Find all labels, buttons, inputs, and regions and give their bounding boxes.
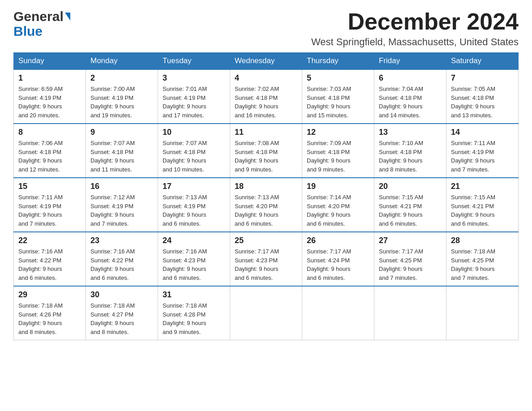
calendar-cell: 25 Sunrise: 7:17 AM Sunset: 4:23 PM Dayl…	[230, 232, 302, 286]
day-number: 22	[18, 236, 81, 245]
day-info: Sunrise: 7:17 AM Sunset: 4:25 PM Dayligh…	[379, 247, 442, 282]
calendar-cell: 21 Sunrise: 7:15 AM Sunset: 4:21 PM Dayl…	[446, 178, 519, 232]
calendar-cell: 15 Sunrise: 7:11 AM Sunset: 4:19 PM Dayl…	[14, 178, 86, 232]
calendar-cell: 28 Sunrise: 7:18 AM Sunset: 4:25 PM Dayl…	[446, 232, 519, 286]
day-info: Sunrise: 7:11 AM Sunset: 4:19 PM Dayligh…	[18, 193, 81, 228]
day-number: 26	[307, 236, 369, 245]
day-number: 31	[163, 290, 225, 300]
day-info: Sunrise: 7:18 AM Sunset: 4:25 PM Dayligh…	[451, 247, 514, 282]
day-number: 14	[451, 128, 514, 137]
day-info: Sunrise: 7:18 AM Sunset: 4:26 PM Dayligh…	[18, 301, 81, 336]
day-number: 2	[90, 73, 153, 83]
day-number: 8	[18, 128, 81, 137]
day-info: Sunrise: 7:08 AM Sunset: 4:18 PM Dayligh…	[235, 139, 297, 174]
day-number: 12	[307, 128, 369, 137]
calendar-week-row: 15 Sunrise: 7:11 AM Sunset: 4:19 PM Dayl…	[14, 178, 519, 232]
logo: General Blue	[13, 9, 70, 39]
page-header: General Blue December 2024 West Springfi…	[13, 9, 519, 48]
calendar-week-row: 8 Sunrise: 7:06 AM Sunset: 4:18 PM Dayli…	[14, 124, 519, 178]
calendar-cell: 11 Sunrise: 7:08 AM Sunset: 4:18 PM Dayl…	[230, 124, 302, 178]
location-title: West Springfield, Massachusetts, United …	[311, 36, 519, 48]
calendar-header-row: SundayMondayTuesdayWednesdayThursdayFrid…	[14, 53, 519, 70]
calendar-header-saturday: Saturday	[446, 53, 519, 70]
calendar-cell: 27 Sunrise: 7:17 AM Sunset: 4:25 PM Dayl…	[374, 232, 446, 286]
logo-arrow-icon	[65, 13, 70, 21]
calendar-cell: 7 Sunrise: 7:05 AM Sunset: 4:18 PM Dayli…	[446, 69, 519, 124]
day-info: Sunrise: 7:18 AM Sunset: 4:27 PM Dayligh…	[90, 301, 153, 336]
calendar-header-friday: Friday	[374, 53, 446, 70]
calendar-cell: 6 Sunrise: 7:04 AM Sunset: 4:18 PM Dayli…	[374, 69, 446, 124]
calendar-cell: 14 Sunrise: 7:11 AM Sunset: 4:19 PM Dayl…	[446, 124, 519, 178]
day-number: 11	[235, 128, 297, 137]
day-number: 21	[451, 182, 514, 191]
day-number: 17	[163, 182, 225, 191]
calendar-cell: 5 Sunrise: 7:03 AM Sunset: 4:18 PM Dayli…	[302, 69, 374, 124]
logo-blue-text: Blue	[13, 24, 43, 39]
day-info: Sunrise: 7:13 AM Sunset: 4:19 PM Dayligh…	[163, 193, 225, 228]
calendar-cell: 24 Sunrise: 7:16 AM Sunset: 4:23 PM Dayl…	[158, 232, 230, 286]
day-number: 4	[235, 73, 297, 83]
calendar-cell: 17 Sunrise: 7:13 AM Sunset: 4:19 PM Dayl…	[158, 178, 230, 232]
calendar-table: SundayMondayTuesdayWednesdayThursdayFrid…	[13, 52, 519, 340]
day-number: 24	[163, 236, 225, 245]
day-number: 7	[451, 73, 514, 83]
calendar-header-monday: Monday	[86, 53, 158, 70]
calendar-cell: 23 Sunrise: 7:16 AM Sunset: 4:22 PM Dayl…	[86, 232, 158, 286]
day-info: Sunrise: 7:18 AM Sunset: 4:28 PM Dayligh…	[163, 301, 225, 336]
calendar-cell: 19 Sunrise: 7:14 AM Sunset: 4:20 PM Dayl…	[302, 178, 374, 232]
day-info: Sunrise: 6:59 AM Sunset: 4:19 PM Dayligh…	[18, 85, 81, 120]
calendar-cell: 10 Sunrise: 7:07 AM Sunset: 4:18 PM Dayl…	[158, 124, 230, 178]
day-info: Sunrise: 7:16 AM Sunset: 4:23 PM Dayligh…	[163, 247, 225, 282]
day-number: 18	[235, 182, 297, 191]
calendar-cell	[446, 286, 519, 340]
day-info: Sunrise: 7:06 AM Sunset: 4:18 PM Dayligh…	[18, 139, 81, 174]
day-info: Sunrise: 7:03 AM Sunset: 4:18 PM Dayligh…	[307, 85, 369, 120]
day-info: Sunrise: 7:02 AM Sunset: 4:18 PM Dayligh…	[235, 85, 297, 120]
calendar-cell: 3 Sunrise: 7:01 AM Sunset: 4:19 PM Dayli…	[158, 69, 230, 124]
day-number: 30	[90, 290, 153, 300]
day-number: 13	[379, 128, 442, 137]
day-number: 6	[379, 73, 442, 83]
month-title: December 2024	[311, 9, 519, 34]
calendar-cell: 9 Sunrise: 7:07 AM Sunset: 4:18 PM Dayli…	[86, 124, 158, 178]
calendar-week-row: 1 Sunrise: 6:59 AM Sunset: 4:19 PM Dayli…	[14, 69, 519, 124]
calendar-cell: 12 Sunrise: 7:09 AM Sunset: 4:18 PM Dayl…	[302, 124, 374, 178]
day-info: Sunrise: 7:13 AM Sunset: 4:20 PM Dayligh…	[235, 193, 297, 228]
day-number: 10	[163, 128, 225, 137]
calendar-cell	[230, 286, 302, 340]
day-number: 3	[163, 73, 225, 83]
day-number: 9	[90, 128, 153, 137]
day-info: Sunrise: 7:17 AM Sunset: 4:23 PM Dayligh…	[235, 247, 297, 282]
calendar-cell: 22 Sunrise: 7:16 AM Sunset: 4:22 PM Dayl…	[14, 232, 86, 286]
calendar-cell	[302, 286, 374, 340]
calendar-cell	[374, 286, 446, 340]
day-info: Sunrise: 7:15 AM Sunset: 4:21 PM Dayligh…	[379, 193, 442, 228]
calendar-header-tuesday: Tuesday	[158, 53, 230, 70]
day-info: Sunrise: 7:10 AM Sunset: 4:18 PM Dayligh…	[379, 139, 442, 174]
calendar-week-row: 22 Sunrise: 7:16 AM Sunset: 4:22 PM Dayl…	[14, 232, 519, 286]
calendar-header-sunday: Sunday	[14, 53, 86, 70]
calendar-cell: 31 Sunrise: 7:18 AM Sunset: 4:28 PM Dayl…	[158, 286, 230, 340]
calendar-header-wednesday: Wednesday	[230, 53, 302, 70]
day-number: 29	[18, 290, 81, 300]
calendar-cell: 29 Sunrise: 7:18 AM Sunset: 4:26 PM Dayl…	[14, 286, 86, 340]
calendar-cell: 2 Sunrise: 7:00 AM Sunset: 4:19 PM Dayli…	[86, 69, 158, 124]
day-info: Sunrise: 7:16 AM Sunset: 4:22 PM Dayligh…	[90, 247, 153, 282]
day-info: Sunrise: 7:17 AM Sunset: 4:24 PM Dayligh…	[307, 247, 369, 282]
calendar-cell: 13 Sunrise: 7:10 AM Sunset: 4:18 PM Dayl…	[374, 124, 446, 178]
calendar-cell: 20 Sunrise: 7:15 AM Sunset: 4:21 PM Dayl…	[374, 178, 446, 232]
day-info: Sunrise: 7:12 AM Sunset: 4:19 PM Dayligh…	[90, 193, 153, 228]
calendar-cell: 16 Sunrise: 7:12 AM Sunset: 4:19 PM Dayl…	[86, 178, 158, 232]
day-number: 16	[90, 182, 153, 191]
day-info: Sunrise: 7:07 AM Sunset: 4:18 PM Dayligh…	[90, 139, 153, 174]
day-number: 25	[235, 236, 297, 245]
day-number: 23	[90, 236, 153, 245]
day-info: Sunrise: 7:11 AM Sunset: 4:19 PM Dayligh…	[451, 139, 514, 174]
day-number: 15	[18, 182, 81, 191]
day-number: 5	[307, 73, 369, 83]
day-info: Sunrise: 7:14 AM Sunset: 4:20 PM Dayligh…	[307, 193, 369, 228]
day-info: Sunrise: 7:00 AM Sunset: 4:19 PM Dayligh…	[90, 85, 153, 120]
calendar-cell: 30 Sunrise: 7:18 AM Sunset: 4:27 PM Dayl…	[86, 286, 158, 340]
logo-general-text: General	[13, 9, 64, 24]
calendar-week-row: 29 Sunrise: 7:18 AM Sunset: 4:26 PM Dayl…	[14, 286, 519, 340]
